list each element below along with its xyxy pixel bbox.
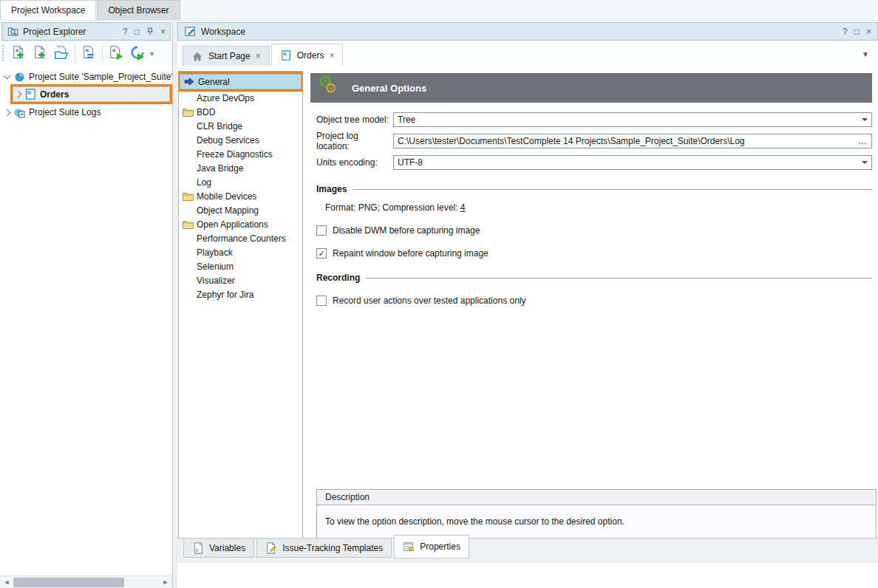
folder-icon (182, 219, 194, 230)
tree-item-label: Project Suite Logs (29, 107, 101, 117)
group-title: Recording (316, 273, 360, 283)
project-log-location-input[interactable]: C:\Users\tester\Documents\TestComplete 1… (393, 134, 872, 148)
testcomplete-window: Project Workspace Object Browser Project… (0, 0, 878, 588)
chevron-right-icon[interactable] (4, 109, 11, 116)
field-label: Units encoding: (316, 157, 393, 168)
folder-icon (182, 191, 194, 202)
tab-label: Properties (420, 541, 460, 552)
issue-tracking-icon (265, 542, 277, 554)
help-button[interactable]: ? (843, 27, 848, 37)
form-row: Object tree model: Tree (316, 112, 872, 127)
tab-orders[interactable]: Orders × (271, 44, 344, 66)
option-item-playback[interactable]: Playback (179, 245, 302, 259)
tree-item-project-suite-logs[interactable]: Project Suite Logs (0, 105, 172, 120)
close-button[interactable]: × (160, 27, 166, 37)
option-item-azure-devops[interactable]: Azure DevOps (179, 91, 302, 105)
tab-project-workspace[interactable]: Project Workspace (0, 0, 96, 20)
option-item-object-mapping[interactable]: Object Mapping (179, 203, 302, 217)
project-tree: Project Suite 'Sample_Project_Suite' (1 … (0, 66, 172, 575)
disable-dwm-checkbox[interactable] (316, 225, 327, 236)
checkbox-label[interactable]: Record user actions over tested applicat… (333, 295, 525, 306)
tree-item-label: Orders (40, 89, 69, 100)
tab-object-browser[interactable]: Object Browser (97, 0, 180, 20)
option-item-visualizer[interactable]: Visualizer (179, 273, 302, 287)
scrollbar-thumb[interactable] (13, 578, 124, 587)
group-title: Images (316, 184, 347, 194)
add-new-item-button[interactable] (30, 43, 50, 64)
units-encoding-select[interactable]: UTF-8 (393, 155, 872, 170)
scroll-right-arrow[interactable]: ► (160, 578, 171, 586)
workspace-header: Workspace ? □ × (177, 22, 878, 41)
option-icon-spacer (182, 163, 194, 174)
object-tree-model-select[interactable]: Tree (393, 112, 872, 127)
option-label: BDD (197, 107, 215, 117)
option-item-freeze-diagnostics[interactable]: Freeze Diagnostics (179, 147, 302, 161)
project-suite-logs-icon (13, 106, 25, 118)
tab-issue-tracking-templates[interactable]: Issue-Tracking Templates (256, 539, 392, 558)
run-project-suite-button[interactable] (127, 43, 148, 64)
option-icon-spacer (182, 135, 194, 146)
maximize-button[interactable]: □ (135, 27, 140, 37)
option-item-mobile-devices[interactable]: Mobile Devices (179, 189, 302, 203)
toolbar-more-dropdown[interactable]: ▾ (150, 49, 154, 58)
project-explorer-toolbar: ▾ (0, 41, 172, 66)
option-item-log[interactable]: Log (179, 175, 302, 189)
tree-item-orders[interactable]: Orders (13, 86, 170, 102)
option-item-bdd[interactable]: BDD (179, 105, 302, 119)
help-button[interactable]: ? (123, 27, 128, 37)
record-user-actions-checkbox[interactable] (316, 295, 327, 306)
option-icon-spacer (182, 93, 194, 103)
close-tab-icon[interactable]: × (329, 50, 334, 61)
checkbox-label[interactable]: Disable DWM before capturing image (333, 225, 480, 236)
scroll-left-arrow[interactable]: ◄ (1, 578, 12, 586)
option-item-performance-counters[interactable]: Performance Counters (179, 231, 302, 245)
description-text: To view the option description, move the… (317, 505, 876, 538)
group-divider (353, 189, 872, 190)
gears-icon: ⚙⚙ (318, 75, 343, 100)
tree-item-project-suite[interactable]: Project Suite 'Sample_Project_Suite' (1 … (0, 69, 172, 84)
option-item-open-applications[interactable]: Open Applications (179, 217, 302, 231)
option-label: General (198, 77, 230, 87)
tab-variables[interactable]: x Variables (183, 539, 254, 558)
tab-list-dropdown[interactable]: ▼ (862, 50, 869, 58)
browse-button[interactable]: … (855, 136, 868, 146)
option-item-zephyr-for-jira[interactable]: Zephyr for Jira (179, 287, 302, 301)
chevron-down-icon[interactable] (4, 72, 11, 80)
description-title: Description (325, 492, 370, 502)
project-suite-icon (13, 71, 25, 83)
option-item-selenium[interactable]: Selenium (179, 259, 302, 273)
option-label: CLR Bridge (197, 121, 242, 131)
organize-tests-button[interactable] (78, 43, 99, 64)
tab-label: Variables (209, 543, 245, 553)
chevron-down-icon (862, 118, 868, 121)
option-item-general[interactable]: General (180, 74, 302, 89)
horizontal-scrollbar[interactable]: ◄ ► (0, 575, 172, 588)
tab-properties[interactable]: Properties (394, 535, 469, 558)
option-item-java-bridge[interactable]: Java Bridge (179, 161, 302, 175)
checkbox-label[interactable]: Repaint window before capturing image (333, 248, 489, 259)
maximize-button[interactable]: □ (854, 27, 860, 37)
close-button[interactable]: × (866, 27, 871, 37)
open-file-button[interactable] (51, 43, 72, 64)
option-label: Azure DevOps (197, 93, 254, 103)
tab-label: Start Page (208, 51, 251, 61)
close-tab-icon[interactable]: × (256, 51, 261, 61)
option-item-clr-bridge[interactable]: CLR Bridge (179, 119, 302, 133)
add-new-project-button[interactable] (8, 43, 29, 64)
option-icon-spacer (182, 276, 194, 286)
option-label: Zephyr for Jira (197, 290, 253, 300)
option-label: Log (197, 177, 211, 188)
project-explorer-header: Project Explorer ? □ × (1, 22, 171, 41)
tab-label: Project Workspace (11, 5, 85, 16)
format-text: Format: PNG; Compression level: (325, 202, 460, 213)
chevron-right-icon[interactable] (15, 91, 22, 98)
repaint-window-checkbox[interactable] (316, 248, 327, 259)
tab-start-page[interactable]: Start Page × (183, 46, 270, 66)
run-project-button[interactable] (106, 43, 126, 64)
editor-tab-bar: x Variables Issue-Tracking Templates Pro… (177, 538, 878, 563)
toolbar-grip[interactable] (2, 45, 5, 61)
option-label: Performance Counters (197, 233, 286, 244)
pin-button[interactable] (146, 27, 154, 35)
option-item-debug-services[interactable]: Debug Services (179, 133, 302, 147)
compression-level-link[interactable]: 4 (460, 202, 466, 213)
